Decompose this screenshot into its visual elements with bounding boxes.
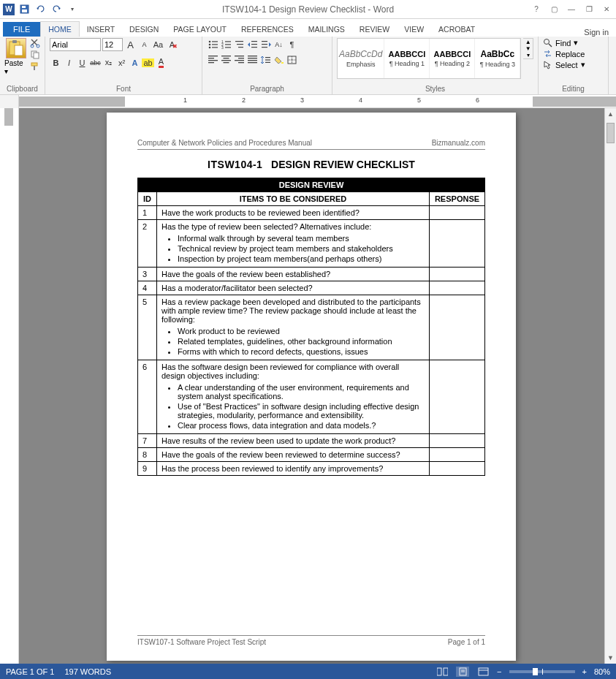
- group-clipboard: Paste ▾ Clipboard: [0, 37, 45, 94]
- zoom-level[interactable]: 80%: [594, 667, 610, 676]
- styles-scroll-down-icon[interactable]: ▼: [523, 45, 533, 52]
- scroll-up-icon[interactable]: ▲: [605, 108, 616, 120]
- read-mode-icon[interactable]: [436, 667, 449, 677]
- grow-font-icon[interactable]: A: [124, 39, 137, 51]
- document-title: ITSW104-1 DESIGN REVIEW CHECKLIST: [137, 159, 485, 170]
- bold-button[interactable]: B: [50, 56, 62, 69]
- minimize-icon[interactable]: —: [563, 2, 579, 17]
- vertical-scrollbar[interactable]: ▲ ▼: [604, 108, 616, 664]
- undo-icon[interactable]: [34, 3, 47, 16]
- word-count[interactable]: 197 WORDS: [64, 667, 111, 676]
- underline-button[interactable]: U: [76, 56, 88, 69]
- decrease-indent-icon[interactable]: [246, 38, 259, 50]
- print-layout-icon[interactable]: [456, 667, 469, 677]
- zoom-slider[interactable]: [509, 670, 575, 673]
- web-layout-icon[interactable]: [476, 667, 490, 677]
- copy-icon[interactable]: [30, 50, 40, 60]
- styles-gallery[interactable]: AaBbCcDd Emphasis AABBCCI ¶ Heading 1 AA…: [337, 38, 521, 79]
- tab-page-layout[interactable]: PAGE LAYOUT: [166, 22, 234, 37]
- shading-icon[interactable]: [273, 53, 285, 66]
- cut-icon[interactable]: [30, 38, 40, 48]
- save-icon[interactable]: [18, 3, 31, 16]
- strikethrough-button[interactable]: abc: [89, 56, 102, 69]
- font-color-icon[interactable]: A: [155, 56, 167, 69]
- text-effects-icon[interactable]: A: [129, 56, 141, 69]
- footer-left: ITSW107-1 Software Project Test Script: [137, 638, 266, 646]
- shrink-font-icon[interactable]: A: [138, 39, 151, 51]
- highlight-icon[interactable]: ab: [142, 56, 154, 69]
- tab-mailings[interactable]: MAILINGS: [301, 22, 352, 37]
- col-items: ITEMS TO BE CONSIDERED: [157, 192, 430, 206]
- style-heading-3[interactable]: AaBbCc ¶ Heading 3: [475, 39, 520, 78]
- subscript-button[interactable]: x₂: [102, 56, 115, 69]
- italic-button[interactable]: I: [63, 56, 75, 69]
- style-heading-2[interactable]: AABBCCI ¶ Heading 2: [430, 39, 475, 78]
- vertical-ruler[interactable]: [0, 108, 19, 664]
- tab-view[interactable]: VIEW: [397, 22, 431, 37]
- row-response: [430, 360, 485, 434]
- style-emphasis[interactable]: AaBbCcDd Emphasis: [338, 39, 384, 78]
- zoom-out-button[interactable]: −: [497, 667, 501, 676]
- tab-review[interactable]: REVIEW: [352, 22, 397, 37]
- group-editing: Find ▾ Replace Select ▾ Editing: [539, 37, 609, 94]
- close-icon[interactable]: ✕: [598, 2, 615, 17]
- ribbon-display-icon[interactable]: ▢: [546, 2, 562, 17]
- horizontal-ruler[interactable]: 1 2 3 4 5 6: [0, 95, 616, 108]
- align-left-icon[interactable]: [207, 53, 219, 66]
- redo-icon[interactable]: [50, 3, 63, 16]
- styles-expand-icon[interactable]: ▾: [523, 52, 533, 58]
- table-banner: DESIGN REVIEW: [138, 178, 485, 192]
- tab-design[interactable]: DESIGN: [122, 22, 166, 37]
- file-tab[interactable]: FILE: [3, 22, 40, 37]
- help-icon[interactable]: ?: [528, 2, 544, 17]
- select-button[interactable]: Select ▾: [543, 60, 585, 69]
- svg-rect-35: [208, 60, 218, 61]
- sort-icon[interactable]: A↓: [273, 38, 285, 50]
- tab-references[interactable]: REFERENCES: [234, 22, 301, 37]
- page-surface[interactable]: Computer & Network Policies and Procedur…: [19, 108, 604, 664]
- tab-insert[interactable]: INSERT: [80, 22, 122, 37]
- multilevel-list-icon[interactable]: [233, 38, 246, 50]
- font-size-select[interactable]: [102, 38, 123, 51]
- zoom-in-button[interactable]: +: [582, 667, 587, 676]
- row-response: [430, 220, 485, 268]
- document-page[interactable]: Computer & Network Policies and Procedur…: [107, 113, 516, 661]
- qat-customize-icon[interactable]: ▾: [66, 3, 79, 16]
- font-name-select[interactable]: [50, 38, 101, 51]
- scroll-down-icon[interactable]: ▼: [605, 652, 616, 664]
- change-case-icon[interactable]: Aa: [152, 39, 164, 51]
- styles-scroll-up-icon[interactable]: ▲: [523, 39, 533, 45]
- align-center-icon[interactable]: [220, 53, 232, 66]
- row-response: [430, 281, 485, 295]
- restore-icon[interactable]: ❐: [581, 2, 597, 17]
- tab-home[interactable]: HOME: [40, 21, 80, 37]
- clear-formatting-icon[interactable]: A✖: [166, 39, 178, 51]
- tab-acrobat[interactable]: ACROBAT: [431, 22, 482, 37]
- svg-rect-9: [34, 53, 39, 58]
- format-painter-icon[interactable]: [30, 61, 40, 72]
- bullets-icon[interactable]: [207, 38, 219, 50]
- group-styles: AaBbCcDd Emphasis AABBCCI ¶ Heading 1 AA…: [332, 37, 539, 94]
- style-heading-1[interactable]: AABBCCI ¶ Heading 1: [384, 39, 430, 78]
- row-response: [430, 434, 485, 448]
- superscript-button[interactable]: x²: [115, 56, 128, 69]
- svg-rect-25: [237, 44, 243, 45]
- group-label-clipboard: Clipboard: [4, 85, 40, 94]
- sign-in-link[interactable]: Sign in: [584, 28, 609, 37]
- increase-indent-icon[interactable]: [259, 38, 272, 50]
- replace-button[interactable]: Replace: [543, 49, 585, 58]
- paste-button[interactable]: Paste ▾: [4, 59, 28, 75]
- numbering-icon[interactable]: 123: [220, 38, 232, 50]
- align-right-icon[interactable]: [233, 53, 246, 66]
- borders-icon[interactable]: [286, 53, 298, 66]
- scroll-thumb[interactable]: [607, 123, 615, 143]
- find-button[interactable]: Find ▾: [543, 38, 585, 48]
- line-spacing-icon[interactable]: [259, 53, 272, 66]
- table-row: 7Have results of the review been used to…: [138, 434, 485, 448]
- show-marks-icon[interactable]: ¶: [286, 38, 298, 50]
- quick-access-toolbar: W ▾: [3, 3, 79, 16]
- svg-rect-29: [251, 47, 257, 48]
- page-count[interactable]: PAGE 1 OF 1: [6, 667, 54, 676]
- justify-icon[interactable]: [246, 53, 259, 66]
- paste-icon[interactable]: [6, 38, 26, 58]
